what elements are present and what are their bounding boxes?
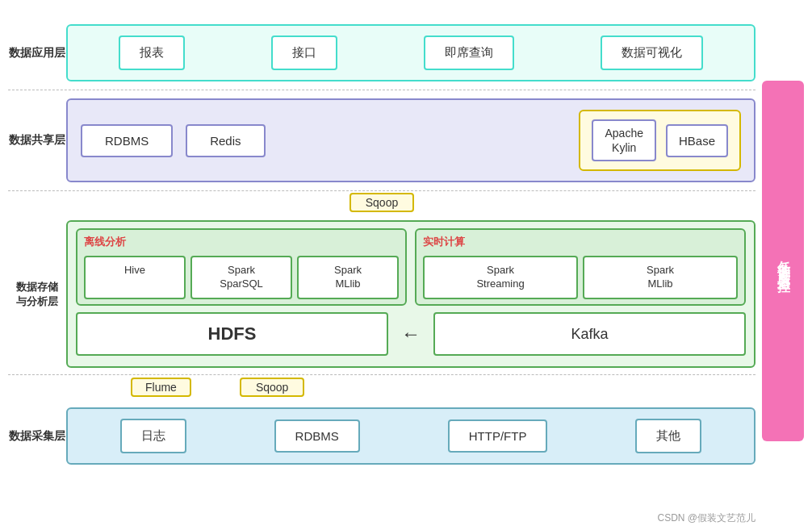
realtime-label: 实时计算 (423, 235, 738, 249)
share-item-redis: Redis (186, 124, 265, 157)
collection-layer-content: 日志 RDBMS HTTP/FTP 其他 (66, 407, 755, 465)
arrow-icon: ← (396, 312, 425, 356)
realtime-box: 实时计算 SparkStreaming SparkMLlib (415, 228, 746, 306)
app-item-visualization: 数据可视化 (601, 35, 703, 70)
collect-item-log: 日志 (120, 419, 186, 453)
share-right-group: ApacheKylin HBase (579, 110, 741, 171)
collection-layer-label: 数据采集层 (8, 407, 66, 465)
realtime-item-streaming: SparkStreaming (423, 256, 578, 299)
right-bar: 任务调度与监控 (762, 81, 804, 441)
collect-item-rdbms: RDBMS (274, 419, 360, 453)
app-item-adhoc: 即席查询 (424, 35, 514, 70)
collect-item-other: 其他 (635, 419, 701, 453)
application-layer-box: 报表 接口 即席查询 数据可视化 (66, 24, 755, 81)
collection-layer-box: 日志 RDBMS HTTP/FTP 其他 (66, 407, 755, 465)
flume-badge: Flume (131, 378, 191, 397)
collection-layer-row: 数据采集层 日志 RDBMS HTTP/FTP 其他 (8, 399, 755, 473)
hdfs-box: HDFS (76, 312, 388, 356)
sharing-layer-content: RDBMS Redis ApacheKylin HBase (66, 98, 755, 182)
watermark: CSDN @假装文艺范儿 (657, 511, 755, 525)
storage-outer-box: 离线分析 Hive SparkSparSQL SparkMLlib 实时计算 (66, 220, 755, 368)
storage-layer-row: 数据存储与分析层 离线分析 Hive SparkSparSQL SparkMLl… (8, 214, 755, 375)
main-content: 数据应用层 报表 接口 即席查询 数据可视化 数据共享层 RDBMS Redis… (8, 16, 755, 506)
storage-layer-label: 数据存储与分析层 (8, 220, 66, 368)
hbase-item: HBase (666, 124, 728, 157)
sharing-layer-label: 数据共享层 (8, 98, 66, 182)
diagram-wrapper: 数据应用层 报表 接口 即席查询 数据可视化 数据共享层 RDBMS Redis… (0, 0, 812, 530)
application-layer-content: 报表 接口 即席查询 数据可视化 (66, 24, 755, 81)
apache-kylin-item: ApacheKylin (592, 119, 655, 161)
storage-bottom-row: HDFS ← Kafka (76, 312, 746, 356)
sqoop2-badge: Sqoop (240, 378, 304, 397)
application-layer-row: 数据应用层 报表 接口 即席查询 数据可视化 (8, 16, 755, 90)
offline-item-sparksql: SparkSparSQL (190, 256, 292, 299)
sharing-layer-box: RDBMS Redis ApacheKylin HBase (66, 98, 755, 182)
offline-items-row: Hive SparkSparSQL SparkMLlib (84, 256, 399, 299)
realtime-items-row: SparkStreaming SparkMLlib (423, 256, 738, 299)
offline-item-sparkml: SparkMLlib (297, 256, 399, 299)
offline-label: 离线分析 (84, 235, 399, 249)
kafka-box: Kafka (433, 312, 746, 356)
offline-item-hive: Hive (84, 256, 186, 299)
offline-box: 离线分析 Hive SparkSparSQL SparkMLlib (76, 228, 407, 306)
flume-sqoop-row: Flume Sqoop (8, 375, 755, 399)
storage-layer-content: 离线分析 Hive SparkSparSQL SparkMLlib 实时计算 (66, 220, 755, 368)
right-bar-text: 任务调度与监控 (775, 250, 792, 273)
sharing-layer-row: 数据共享层 RDBMS Redis ApacheKylin HBase (8, 90, 755, 191)
realtime-item-sparkml: SparkMLlib (583, 256, 738, 299)
share-item-rdbms: RDBMS (81, 124, 173, 157)
application-layer-label: 数据应用层 (8, 24, 66, 81)
app-item-interface: 接口 (271, 35, 337, 70)
collect-item-http: HTTP/FTP (448, 419, 548, 453)
storage-top-row: 离线分析 Hive SparkSparSQL SparkMLlib 实时计算 (76, 228, 746, 306)
sqoop-connector-badge: Sqoop (349, 193, 414, 212)
sqoop-connector-row: Sqoop (8, 191, 755, 214)
app-item-report: 报表 (119, 35, 185, 70)
